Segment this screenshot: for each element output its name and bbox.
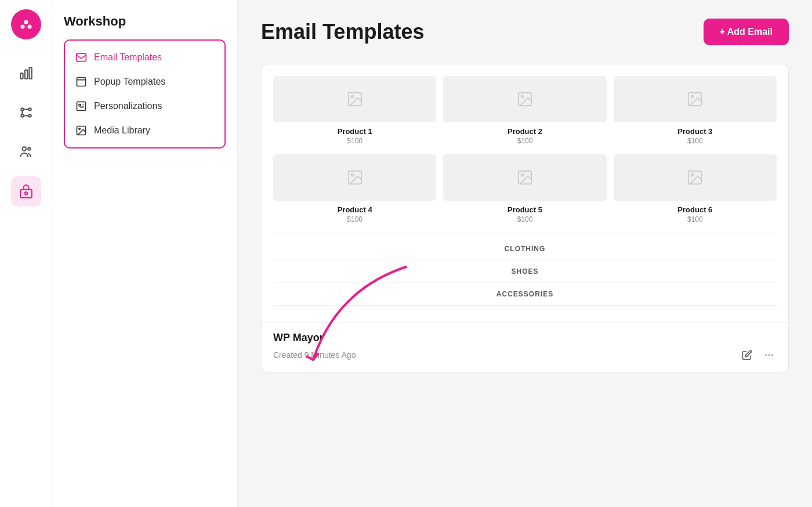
product-item-1: Product 1 $100 [273, 76, 436, 145]
svg-rect-3 [20, 73, 23, 79]
sidebar-item-popup-templates-label: Popup Templates [94, 77, 165, 87]
svg-point-38 [771, 354, 773, 356]
products-grid-bottom: Product 4 $100 Product 5 $100 [273, 154, 777, 223]
product-name-5: Product 5 [507, 205, 542, 214]
sidebar-item-media-library[interactable]: Media Library [65, 118, 224, 143]
svg-point-33 [521, 174, 524, 176]
svg-point-36 [766, 354, 767, 356]
edit-button[interactable] [740, 347, 755, 363]
product-item-6: Product 6 $100 [614, 154, 777, 223]
products-grid-top: Product 1 $100 Product 2 $100 [273, 76, 777, 145]
svg-point-23 [79, 128, 81, 130]
product-image-5 [443, 154, 606, 201]
svg-point-25 [351, 96, 353, 98]
sidebar-item-personalizations-label: Personalizations [94, 101, 162, 111]
product-name-3: Product 3 [677, 127, 712, 136]
svg-rect-17 [77, 53, 86, 61]
sidebar-item-email-templates[interactable]: Email Templates [65, 45, 224, 70]
nav-team[interactable] [11, 137, 41, 167]
product-image-6 [614, 154, 777, 201]
product-item-3: Product 3 $100 [614, 76, 777, 145]
svg-point-13 [22, 147, 26, 151]
svg-point-6 [21, 108, 23, 110]
product-item-5: Product 5 $100 [443, 154, 606, 223]
product-price-5: $100 [517, 215, 533, 223]
svg-point-21 [79, 104, 81, 106]
main-content: Email Templates + Add Email Product 1 $1… [238, 0, 812, 507]
product-price-3: $100 [687, 137, 703, 145]
svg-point-0 [20, 25, 24, 29]
nav-analytics[interactable] [11, 58, 41, 88]
product-price-6: $100 [687, 215, 703, 223]
svg-point-27 [521, 96, 524, 98]
svg-point-8 [28, 108, 31, 110]
svg-rect-4 [24, 70, 27, 79]
product-item-2: Product 2 $100 [443, 76, 606, 145]
svg-point-7 [21, 114, 23, 117]
product-name-1: Product 1 [338, 127, 372, 136]
svg-rect-5 [29, 67, 31, 79]
sidebar-item-popup-templates[interactable]: Popup Templates [65, 70, 224, 94]
product-image-2 [443, 76, 606, 122]
category-item-shoes: SHOES [273, 260, 777, 283]
svg-point-37 [768, 354, 770, 356]
svg-rect-20 [77, 102, 86, 111]
product-image-3 [614, 76, 777, 122]
product-name-6: Product 6 [677, 205, 712, 214]
svg-point-1 [24, 20, 28, 24]
svg-rect-15 [20, 190, 32, 198]
sidebar-item-media-library-label: Media Library [94, 125, 150, 136]
product-name-4: Product 4 [338, 205, 372, 214]
product-item-4: Product 4 $100 [273, 154, 436, 223]
product-price-1: $100 [347, 137, 362, 145]
svg-point-29 [691, 96, 694, 98]
svg-point-14 [28, 147, 30, 150]
main-header: Email Templates + Add Email [261, 19, 789, 45]
card-footer: WP Mayor Created 9 Minutes Ago [262, 322, 788, 372]
more-options-button[interactable] [762, 347, 777, 363]
svg-point-35 [691, 174, 694, 176]
svg-point-2 [27, 25, 31, 29]
sidebar-title: Workshop [64, 14, 226, 29]
icon-bar [0, 0, 52, 507]
category-item-clothing: CLOTHING [273, 238, 777, 260]
category-list: CLOTHING SHOES ACCESSORIES [273, 233, 777, 310]
nav-workshop[interactable] [11, 176, 41, 207]
svg-point-31 [351, 174, 353, 176]
sidebar-menu: Email Templates Popup Templates Personal… [64, 39, 226, 149]
page-title: Email Templates [261, 20, 424, 44]
email-preview: Product 1 $100 Product 2 $100 [262, 64, 788, 322]
product-price-2: $100 [517, 137, 533, 145]
category-item-accessories: ACCESSORIES [273, 283, 777, 306]
nav-pipelines[interactable] [11, 97, 41, 128]
card-created-date: Created 9 Minutes Ago [273, 350, 356, 360]
logo-button[interactable] [11, 9, 41, 39]
product-price-4: $100 [347, 215, 362, 223]
sidebar: Workshop Email Templates Popup Templates [52, 0, 238, 507]
product-image-4 [273, 154, 436, 201]
product-image-1 [273, 76, 436, 122]
sidebar-item-email-templates-label: Email Templates [94, 52, 162, 63]
add-email-button[interactable]: + Add Email [704, 19, 789, 45]
product-name-2: Product 2 [507, 127, 542, 136]
svg-rect-18 [77, 78, 86, 86]
card-name: WP Mayor [273, 332, 777, 344]
template-card: Product 1 $100 Product 2 $100 [261, 64, 789, 372]
svg-point-9 [28, 114, 31, 117]
sidebar-item-personalizations[interactable]: Personalizations [65, 94, 224, 118]
card-meta: Created 9 Minutes Ago [273, 347, 777, 363]
svg-point-16 [24, 192, 27, 194]
card-actions [740, 347, 777, 363]
